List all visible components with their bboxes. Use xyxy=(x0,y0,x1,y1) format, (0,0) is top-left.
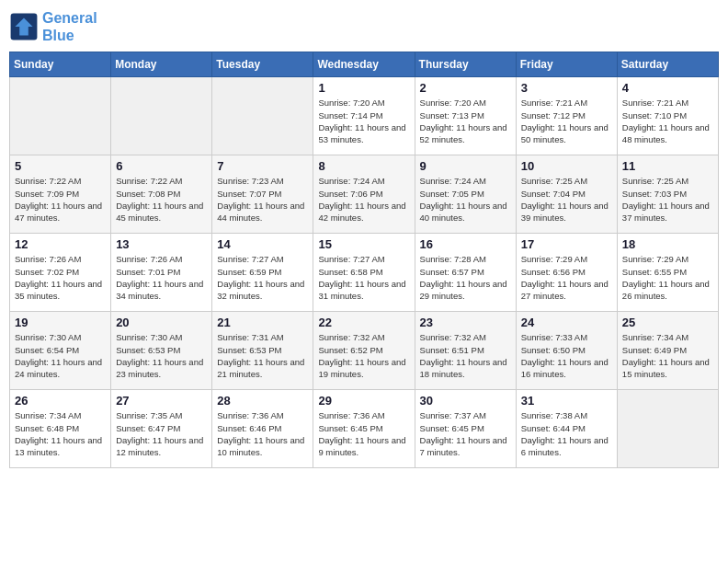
day-info: Sunrise: 7:30 AMSunset: 6:53 PMDaylight:… xyxy=(116,331,207,380)
calendar-cell: 16Sunrise: 7:28 AMSunset: 6:57 PMDayligh… xyxy=(415,234,516,312)
day-number: 16 xyxy=(420,237,511,251)
day-info: Sunrise: 7:20 AMSunset: 7:13 PMDaylight:… xyxy=(420,97,511,145)
day-number: 18 xyxy=(622,237,713,251)
calendar-cell: 17Sunrise: 7:29 AMSunset: 6:56 PMDayligh… xyxy=(516,234,617,312)
day-info: Sunrise: 7:30 AMSunset: 6:54 PMDaylight:… xyxy=(15,331,106,380)
calendar-cell: 29Sunrise: 7:36 AMSunset: 6:45 PMDayligh… xyxy=(313,390,415,468)
weekday-header-row: SundayMondayTuesdayWednesdayThursdayFrid… xyxy=(10,52,719,77)
calendar-cell: 9Sunrise: 7:24 AMSunset: 7:05 PMDaylight… xyxy=(415,155,516,234)
calendar-week-row: 5Sunrise: 7:22 AMSunset: 7:09 PMDaylight… xyxy=(10,155,719,234)
calendar-cell: 22Sunrise: 7:32 AMSunset: 6:52 PMDayligh… xyxy=(313,312,415,390)
day-info: Sunrise: 7:20 AMSunset: 7:14 PMDaylight:… xyxy=(318,97,409,145)
calendar-cell xyxy=(212,77,313,155)
day-info: Sunrise: 7:34 AMSunset: 6:48 PMDaylight:… xyxy=(15,409,106,458)
weekday-header-wednesday: Wednesday xyxy=(313,52,415,77)
day-number: 10 xyxy=(521,159,612,173)
day-number: 30 xyxy=(420,394,511,408)
calendar-cell: 10Sunrise: 7:25 AMSunset: 7:04 PMDayligh… xyxy=(516,155,617,234)
calendar-cell: 6Sunrise: 7:22 AMSunset: 7:08 PMDaylight… xyxy=(111,155,212,234)
calendar-week-row: 19Sunrise: 7:30 AMSunset: 6:54 PMDayligh… xyxy=(10,312,719,390)
day-info: Sunrise: 7:36 AMSunset: 6:46 PMDaylight:… xyxy=(217,409,308,458)
day-info: Sunrise: 7:26 AMSunset: 7:02 PMDaylight:… xyxy=(15,253,106,302)
calendar-cell: 31Sunrise: 7:38 AMSunset: 6:44 PMDayligh… xyxy=(516,390,617,468)
day-number: 8 xyxy=(318,159,409,173)
day-info: Sunrise: 7:27 AMSunset: 6:58 PMDaylight:… xyxy=(318,253,409,302)
day-info: Sunrise: 7:29 AMSunset: 6:56 PMDaylight:… xyxy=(521,253,612,302)
day-number: 19 xyxy=(15,316,106,329)
page-header: GeneralBlue xyxy=(9,9,719,44)
day-info: Sunrise: 7:32 AMSunset: 6:52 PMDaylight:… xyxy=(318,331,409,380)
day-info: Sunrise: 7:33 AMSunset: 6:50 PMDaylight:… xyxy=(521,331,612,380)
day-number: 11 xyxy=(622,159,713,173)
weekday-header-thursday: Thursday xyxy=(415,52,516,77)
calendar-cell: 2Sunrise: 7:20 AMSunset: 7:13 PMDaylight… xyxy=(415,77,516,155)
weekday-header-sunday: Sunday xyxy=(10,52,111,77)
day-number: 9 xyxy=(420,159,511,173)
calendar-cell: 14Sunrise: 7:27 AMSunset: 6:59 PMDayligh… xyxy=(212,234,313,312)
calendar-cell: 4Sunrise: 7:21 AMSunset: 7:10 PMDaylight… xyxy=(617,77,718,155)
day-number: 20 xyxy=(116,316,207,329)
weekday-header-friday: Friday xyxy=(516,52,617,77)
day-info: Sunrise: 7:22 AMSunset: 7:08 PMDaylight:… xyxy=(116,175,207,224)
day-number: 23 xyxy=(420,316,511,329)
day-number: 15 xyxy=(318,237,409,251)
day-info: Sunrise: 7:23 AMSunset: 7:07 PMDaylight:… xyxy=(217,175,308,224)
day-number: 26 xyxy=(15,394,106,408)
calendar-cell xyxy=(10,77,111,155)
calendar-cell: 23Sunrise: 7:32 AMSunset: 6:51 PMDayligh… xyxy=(415,312,516,390)
weekday-header-tuesday: Tuesday xyxy=(212,52,313,77)
calendar-cell: 13Sunrise: 7:26 AMSunset: 7:01 PMDayligh… xyxy=(111,234,212,312)
day-info: Sunrise: 7:29 AMSunset: 6:55 PMDaylight:… xyxy=(622,253,713,302)
calendar-cell: 20Sunrise: 7:30 AMSunset: 6:53 PMDayligh… xyxy=(111,312,212,390)
calendar-cell: 5Sunrise: 7:22 AMSunset: 7:09 PMDaylight… xyxy=(10,155,111,234)
day-info: Sunrise: 7:28 AMSunset: 6:57 PMDaylight:… xyxy=(420,253,511,302)
logo-text: GeneralBlue xyxy=(42,9,97,44)
calendar-cell: 12Sunrise: 7:26 AMSunset: 7:02 PMDayligh… xyxy=(10,234,111,312)
day-info: Sunrise: 7:34 AMSunset: 6:49 PMDaylight:… xyxy=(622,331,713,380)
calendar-cell: 19Sunrise: 7:30 AMSunset: 6:54 PMDayligh… xyxy=(10,312,111,390)
day-number: 28 xyxy=(217,394,308,408)
day-info: Sunrise: 7:26 AMSunset: 7:01 PMDaylight:… xyxy=(116,253,207,302)
day-info: Sunrise: 7:38 AMSunset: 6:44 PMDaylight:… xyxy=(521,409,612,458)
day-info: Sunrise: 7:36 AMSunset: 6:45 PMDaylight:… xyxy=(318,409,409,458)
day-number: 14 xyxy=(217,237,308,251)
day-number: 29 xyxy=(318,394,409,408)
calendar-cell: 15Sunrise: 7:27 AMSunset: 6:58 PMDayligh… xyxy=(313,234,415,312)
weekday-header-monday: Monday xyxy=(111,52,212,77)
calendar-week-row: 12Sunrise: 7:26 AMSunset: 7:02 PMDayligh… xyxy=(10,234,719,312)
calendar-cell: 25Sunrise: 7:34 AMSunset: 6:49 PMDayligh… xyxy=(617,312,718,390)
day-number: 5 xyxy=(15,159,106,173)
day-info: Sunrise: 7:25 AMSunset: 7:04 PMDaylight:… xyxy=(521,175,612,224)
calendar-cell xyxy=(111,77,212,155)
calendar-cell: 26Sunrise: 7:34 AMSunset: 6:48 PMDayligh… xyxy=(10,390,111,468)
day-info: Sunrise: 7:24 AMSunset: 7:05 PMDaylight:… xyxy=(420,175,511,224)
logo: GeneralBlue xyxy=(9,9,97,44)
calendar-table: SundayMondayTuesdayWednesdayThursdayFrid… xyxy=(9,52,719,468)
day-info: Sunrise: 7:27 AMSunset: 6:59 PMDaylight:… xyxy=(217,253,308,302)
day-number: 13 xyxy=(116,237,207,251)
day-number: 3 xyxy=(521,81,612,95)
calendar-cell: 18Sunrise: 7:29 AMSunset: 6:55 PMDayligh… xyxy=(617,234,718,312)
weekday-header-saturday: Saturday xyxy=(617,52,718,77)
day-info: Sunrise: 7:21 AMSunset: 7:12 PMDaylight:… xyxy=(521,97,612,145)
calendar-cell: 11Sunrise: 7:25 AMSunset: 7:03 PMDayligh… xyxy=(617,155,718,234)
day-number: 24 xyxy=(521,316,612,329)
calendar-cell: 30Sunrise: 7:37 AMSunset: 6:45 PMDayligh… xyxy=(415,390,516,468)
day-number: 21 xyxy=(217,316,308,329)
day-number: 31 xyxy=(521,394,612,408)
logo-icon xyxy=(9,12,39,41)
calendar-week-row: 1Sunrise: 7:20 AMSunset: 7:14 PMDaylight… xyxy=(10,77,719,155)
day-info: Sunrise: 7:37 AMSunset: 6:45 PMDaylight:… xyxy=(420,409,511,458)
day-info: Sunrise: 7:35 AMSunset: 6:47 PMDaylight:… xyxy=(116,409,207,458)
day-info: Sunrise: 7:22 AMSunset: 7:09 PMDaylight:… xyxy=(15,175,106,224)
calendar-cell: 3Sunrise: 7:21 AMSunset: 7:12 PMDaylight… xyxy=(516,77,617,155)
day-number: 25 xyxy=(622,316,713,329)
day-info: Sunrise: 7:32 AMSunset: 6:51 PMDaylight:… xyxy=(420,331,511,380)
calendar-week-row: 26Sunrise: 7:34 AMSunset: 6:48 PMDayligh… xyxy=(10,390,719,468)
calendar-cell: 1Sunrise: 7:20 AMSunset: 7:14 PMDaylight… xyxy=(313,77,415,155)
calendar-cell: 24Sunrise: 7:33 AMSunset: 6:50 PMDayligh… xyxy=(516,312,617,390)
calendar-cell: 21Sunrise: 7:31 AMSunset: 6:53 PMDayligh… xyxy=(212,312,313,390)
day-number: 2 xyxy=(420,81,511,95)
day-number: 1 xyxy=(318,81,409,95)
day-info: Sunrise: 7:31 AMSunset: 6:53 PMDaylight:… xyxy=(217,331,308,380)
